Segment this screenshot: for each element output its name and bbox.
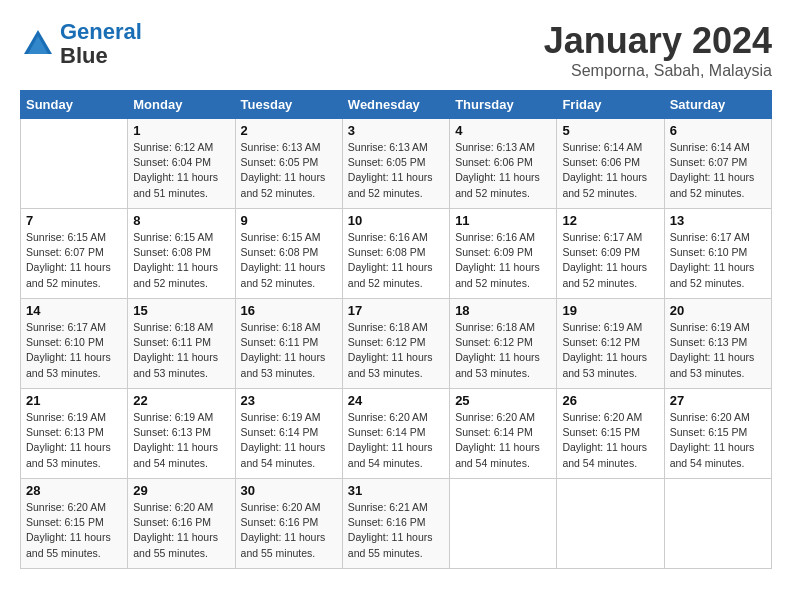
day-number: 21 [26, 393, 122, 408]
logo: General Blue [20, 20, 142, 68]
calendar-cell: 9Sunrise: 6:15 AMSunset: 6:08 PMDaylight… [235, 209, 342, 299]
calendar-cell: 19Sunrise: 6:19 AMSunset: 6:12 PMDayligh… [557, 299, 664, 389]
day-number: 4 [455, 123, 551, 138]
day-info: Sunrise: 6:17 AMSunset: 6:09 PMDaylight:… [562, 230, 658, 291]
calendar-cell: 24Sunrise: 6:20 AMSunset: 6:14 PMDayligh… [342, 389, 449, 479]
calendar-cell: 27Sunrise: 6:20 AMSunset: 6:15 PMDayligh… [664, 389, 771, 479]
day-number: 9 [241, 213, 337, 228]
day-info: Sunrise: 6:12 AMSunset: 6:04 PMDaylight:… [133, 140, 229, 201]
logo-icon [20, 26, 56, 62]
calendar-cell: 3Sunrise: 6:13 AMSunset: 6:05 PMDaylight… [342, 119, 449, 209]
day-number: 15 [133, 303, 229, 318]
calendar-table: SundayMondayTuesdayWednesdayThursdayFrid… [20, 90, 772, 569]
calendar-cell: 16Sunrise: 6:18 AMSunset: 6:11 PMDayligh… [235, 299, 342, 389]
day-info: Sunrise: 6:18 AMSunset: 6:12 PMDaylight:… [455, 320, 551, 381]
week-row-1: 1Sunrise: 6:12 AMSunset: 6:04 PMDaylight… [21, 119, 772, 209]
header-cell-tuesday: Tuesday [235, 91, 342, 119]
day-info: Sunrise: 6:13 AMSunset: 6:06 PMDaylight:… [455, 140, 551, 201]
day-number: 10 [348, 213, 444, 228]
day-number: 3 [348, 123, 444, 138]
week-row-4: 21Sunrise: 6:19 AMSunset: 6:13 PMDayligh… [21, 389, 772, 479]
day-number: 31 [348, 483, 444, 498]
day-number: 1 [133, 123, 229, 138]
day-info: Sunrise: 6:18 AMSunset: 6:11 PMDaylight:… [133, 320, 229, 381]
calendar-cell: 1Sunrise: 6:12 AMSunset: 6:04 PMDaylight… [128, 119, 235, 209]
week-row-2: 7Sunrise: 6:15 AMSunset: 6:07 PMDaylight… [21, 209, 772, 299]
day-info: Sunrise: 6:19 AMSunset: 6:12 PMDaylight:… [562, 320, 658, 381]
day-number: 28 [26, 483, 122, 498]
day-info: Sunrise: 6:21 AMSunset: 6:16 PMDaylight:… [348, 500, 444, 561]
calendar-cell: 23Sunrise: 6:19 AMSunset: 6:14 PMDayligh… [235, 389, 342, 479]
day-number: 13 [670, 213, 766, 228]
day-info: Sunrise: 6:16 AMSunset: 6:08 PMDaylight:… [348, 230, 444, 291]
day-number: 22 [133, 393, 229, 408]
week-row-3: 14Sunrise: 6:17 AMSunset: 6:10 PMDayligh… [21, 299, 772, 389]
day-number: 16 [241, 303, 337, 318]
day-number: 12 [562, 213, 658, 228]
calendar-cell: 30Sunrise: 6:20 AMSunset: 6:16 PMDayligh… [235, 479, 342, 569]
day-info: Sunrise: 6:14 AMSunset: 6:07 PMDaylight:… [670, 140, 766, 201]
day-info: Sunrise: 6:20 AMSunset: 6:14 PMDaylight:… [348, 410, 444, 471]
day-info: Sunrise: 6:20 AMSunset: 6:15 PMDaylight:… [26, 500, 122, 561]
calendar-cell: 17Sunrise: 6:18 AMSunset: 6:12 PMDayligh… [342, 299, 449, 389]
location-title: Semporna, Sabah, Malaysia [544, 62, 772, 80]
day-number: 20 [670, 303, 766, 318]
calendar-cell [664, 479, 771, 569]
calendar-cell: 4Sunrise: 6:13 AMSunset: 6:06 PMDaylight… [450, 119, 557, 209]
calendar-cell: 26Sunrise: 6:20 AMSunset: 6:15 PMDayligh… [557, 389, 664, 479]
calendar-cell [21, 119, 128, 209]
calendar-header: SundayMondayTuesdayWednesdayThursdayFrid… [21, 91, 772, 119]
day-info: Sunrise: 6:20 AMSunset: 6:15 PMDaylight:… [670, 410, 766, 471]
calendar-cell: 28Sunrise: 6:20 AMSunset: 6:15 PMDayligh… [21, 479, 128, 569]
header-cell-friday: Friday [557, 91, 664, 119]
day-number: 30 [241, 483, 337, 498]
day-info: Sunrise: 6:15 AMSunset: 6:08 PMDaylight:… [241, 230, 337, 291]
day-number: 6 [670, 123, 766, 138]
header-cell-sunday: Sunday [21, 91, 128, 119]
day-info: Sunrise: 6:20 AMSunset: 6:14 PMDaylight:… [455, 410, 551, 471]
header-cell-monday: Monday [128, 91, 235, 119]
day-info: Sunrise: 6:15 AMSunset: 6:08 PMDaylight:… [133, 230, 229, 291]
calendar-cell [450, 479, 557, 569]
day-number: 23 [241, 393, 337, 408]
calendar-cell: 11Sunrise: 6:16 AMSunset: 6:09 PMDayligh… [450, 209, 557, 299]
calendar-cell: 22Sunrise: 6:19 AMSunset: 6:13 PMDayligh… [128, 389, 235, 479]
day-info: Sunrise: 6:18 AMSunset: 6:11 PMDaylight:… [241, 320, 337, 381]
day-info: Sunrise: 6:13 AMSunset: 6:05 PMDaylight:… [241, 140, 337, 201]
day-info: Sunrise: 6:19 AMSunset: 6:13 PMDaylight:… [670, 320, 766, 381]
day-info: Sunrise: 6:19 AMSunset: 6:14 PMDaylight:… [241, 410, 337, 471]
day-number: 26 [562, 393, 658, 408]
calendar-cell: 18Sunrise: 6:18 AMSunset: 6:12 PMDayligh… [450, 299, 557, 389]
header-cell-thursday: Thursday [450, 91, 557, 119]
day-number: 5 [562, 123, 658, 138]
day-info: Sunrise: 6:14 AMSunset: 6:06 PMDaylight:… [562, 140, 658, 201]
calendar-cell: 20Sunrise: 6:19 AMSunset: 6:13 PMDayligh… [664, 299, 771, 389]
day-number: 27 [670, 393, 766, 408]
day-info: Sunrise: 6:16 AMSunset: 6:09 PMDaylight:… [455, 230, 551, 291]
day-number: 11 [455, 213, 551, 228]
day-number: 19 [562, 303, 658, 318]
calendar-cell: 8Sunrise: 6:15 AMSunset: 6:08 PMDaylight… [128, 209, 235, 299]
day-number: 8 [133, 213, 229, 228]
calendar-cell [557, 479, 664, 569]
calendar-cell: 6Sunrise: 6:14 AMSunset: 6:07 PMDaylight… [664, 119, 771, 209]
header-cell-wednesday: Wednesday [342, 91, 449, 119]
day-info: Sunrise: 6:17 AMSunset: 6:10 PMDaylight:… [670, 230, 766, 291]
day-info: Sunrise: 6:20 AMSunset: 6:15 PMDaylight:… [562, 410, 658, 471]
day-number: 29 [133, 483, 229, 498]
day-number: 2 [241, 123, 337, 138]
day-number: 14 [26, 303, 122, 318]
calendar-cell: 12Sunrise: 6:17 AMSunset: 6:09 PMDayligh… [557, 209, 664, 299]
calendar-cell: 29Sunrise: 6:20 AMSunset: 6:16 PMDayligh… [128, 479, 235, 569]
week-row-5: 28Sunrise: 6:20 AMSunset: 6:15 PMDayligh… [21, 479, 772, 569]
calendar-body: 1Sunrise: 6:12 AMSunset: 6:04 PMDaylight… [21, 119, 772, 569]
header-row: SundayMondayTuesdayWednesdayThursdayFrid… [21, 91, 772, 119]
day-info: Sunrise: 6:17 AMSunset: 6:10 PMDaylight:… [26, 320, 122, 381]
calendar-cell: 7Sunrise: 6:15 AMSunset: 6:07 PMDaylight… [21, 209, 128, 299]
day-number: 24 [348, 393, 444, 408]
day-info: Sunrise: 6:20 AMSunset: 6:16 PMDaylight:… [241, 500, 337, 561]
day-info: Sunrise: 6:20 AMSunset: 6:16 PMDaylight:… [133, 500, 229, 561]
day-info: Sunrise: 6:15 AMSunset: 6:07 PMDaylight:… [26, 230, 122, 291]
calendar-cell: 2Sunrise: 6:13 AMSunset: 6:05 PMDaylight… [235, 119, 342, 209]
calendar-cell: 21Sunrise: 6:19 AMSunset: 6:13 PMDayligh… [21, 389, 128, 479]
